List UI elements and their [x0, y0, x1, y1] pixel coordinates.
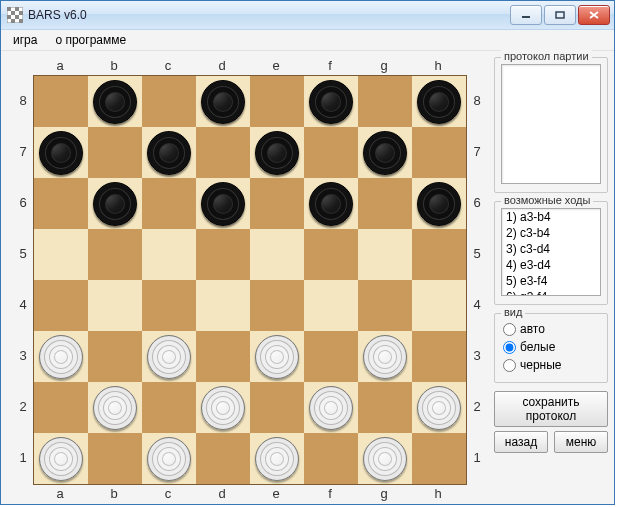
square-e8[interactable]: [250, 76, 304, 127]
square-f6[interactable]: [304, 178, 358, 229]
white-piece[interactable]: [147, 335, 191, 379]
view-option[interactable]: черные: [501, 356, 601, 374]
square-h2[interactable]: [412, 382, 466, 433]
square-c8[interactable]: [142, 76, 196, 127]
square-d8[interactable]: [196, 76, 250, 127]
square-b4[interactable]: [88, 280, 142, 331]
titlebar[interactable]: BARS v6.0: [1, 1, 614, 30]
white-piece[interactable]: [39, 437, 83, 481]
square-d5[interactable]: [196, 229, 250, 280]
square-h3[interactable]: [412, 331, 466, 382]
square-f8[interactable]: [304, 76, 358, 127]
square-c7[interactable]: [142, 127, 196, 178]
menu-about[interactable]: о программе: [47, 31, 134, 49]
square-e5[interactable]: [250, 229, 304, 280]
menu-button[interactable]: меню: [554, 431, 608, 453]
square-a8[interactable]: [34, 76, 88, 127]
square-c6[interactable]: [142, 178, 196, 229]
move-item[interactable]: 3) c3-d4: [502, 241, 600, 257]
square-h8[interactable]: [412, 76, 466, 127]
white-piece[interactable]: [39, 335, 83, 379]
square-e4[interactable]: [250, 280, 304, 331]
black-piece[interactable]: [147, 131, 191, 175]
view-radio[interactable]: [503, 359, 516, 372]
checkers-board[interactable]: [33, 75, 467, 485]
view-radio[interactable]: [503, 341, 516, 354]
square-g3[interactable]: [358, 331, 412, 382]
square-d4[interactable]: [196, 280, 250, 331]
black-piece[interactable]: [201, 182, 245, 226]
square-f4[interactable]: [304, 280, 358, 331]
square-d2[interactable]: [196, 382, 250, 433]
protocol-listbox[interactable]: [501, 64, 601, 184]
square-b8[interactable]: [88, 76, 142, 127]
maximize-button[interactable]: [544, 5, 576, 25]
square-d6[interactable]: [196, 178, 250, 229]
square-b6[interactable]: [88, 178, 142, 229]
square-g2[interactable]: [358, 382, 412, 433]
square-h5[interactable]: [412, 229, 466, 280]
square-e6[interactable]: [250, 178, 304, 229]
black-piece[interactable]: [417, 80, 461, 124]
minimize-button[interactable]: [510, 5, 542, 25]
black-piece[interactable]: [363, 131, 407, 175]
square-b7[interactable]: [88, 127, 142, 178]
square-g7[interactable]: [358, 127, 412, 178]
square-g8[interactable]: [358, 76, 412, 127]
white-piece[interactable]: [147, 437, 191, 481]
close-button[interactable]: [578, 5, 610, 25]
white-piece[interactable]: [255, 335, 299, 379]
square-h7[interactable]: [412, 127, 466, 178]
square-g4[interactable]: [358, 280, 412, 331]
black-piece[interactable]: [417, 182, 461, 226]
square-b3[interactable]: [88, 331, 142, 382]
square-g6[interactable]: [358, 178, 412, 229]
black-piece[interactable]: [39, 131, 83, 175]
view-option[interactable]: белые: [501, 338, 601, 356]
black-piece[interactable]: [255, 131, 299, 175]
white-piece[interactable]: [417, 386, 461, 430]
move-item[interactable]: 5) e3-f4: [502, 273, 600, 289]
square-e3[interactable]: [250, 331, 304, 382]
moves-listbox[interactable]: 1) a3-b42) c3-b43) c3-d44) e3-d45) e3-f4…: [501, 208, 601, 296]
square-a6[interactable]: [34, 178, 88, 229]
square-d7[interactable]: [196, 127, 250, 178]
square-g1[interactable]: [358, 433, 412, 484]
square-d1[interactable]: [196, 433, 250, 484]
square-c3[interactable]: [142, 331, 196, 382]
white-piece[interactable]: [363, 437, 407, 481]
square-h1[interactable]: [412, 433, 466, 484]
square-a4[interactable]: [34, 280, 88, 331]
menu-game[interactable]: игра: [5, 31, 45, 49]
square-a5[interactable]: [34, 229, 88, 280]
square-h6[interactable]: [412, 178, 466, 229]
move-item[interactable]: 6) g3-f4: [502, 289, 600, 296]
square-f3[interactable]: [304, 331, 358, 382]
square-b1[interactable]: [88, 433, 142, 484]
black-piece[interactable]: [93, 80, 137, 124]
white-piece[interactable]: [93, 386, 137, 430]
square-c1[interactable]: [142, 433, 196, 484]
view-option[interactable]: авто: [501, 320, 601, 338]
move-item[interactable]: 4) e3-d4: [502, 257, 600, 273]
square-a2[interactable]: [34, 382, 88, 433]
white-piece[interactable]: [201, 386, 245, 430]
square-c2[interactable]: [142, 382, 196, 433]
square-f7[interactable]: [304, 127, 358, 178]
square-f2[interactable]: [304, 382, 358, 433]
square-h4[interactable]: [412, 280, 466, 331]
black-piece[interactable]: [93, 182, 137, 226]
square-f5[interactable]: [304, 229, 358, 280]
square-b2[interactable]: [88, 382, 142, 433]
square-c5[interactable]: [142, 229, 196, 280]
square-a3[interactable]: [34, 331, 88, 382]
black-piece[interactable]: [309, 182, 353, 226]
move-item[interactable]: 1) a3-b4: [502, 209, 600, 225]
move-item[interactable]: 2) c3-b4: [502, 225, 600, 241]
square-f1[interactable]: [304, 433, 358, 484]
square-d3[interactable]: [196, 331, 250, 382]
square-e2[interactable]: [250, 382, 304, 433]
white-piece[interactable]: [309, 386, 353, 430]
square-a1[interactable]: [34, 433, 88, 484]
square-e1[interactable]: [250, 433, 304, 484]
